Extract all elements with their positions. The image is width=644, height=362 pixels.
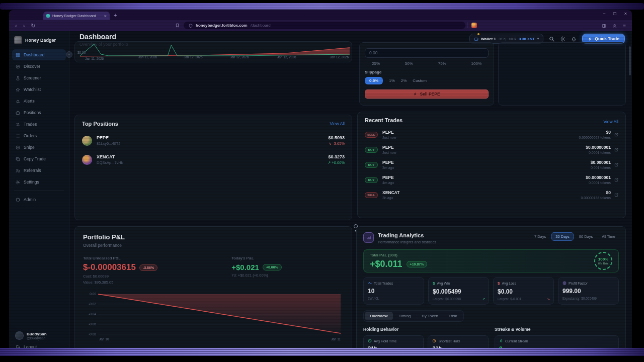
url-bar[interactable]: honeybadger.fortiblox.com/dashboard (184, 22, 465, 29)
external-link-icon[interactable] (614, 193, 618, 197)
logout-button[interactable]: Logout (12, 342, 66, 352)
external-link-icon[interactable] (614, 133, 618, 137)
trade-amount: $0 (579, 130, 611, 135)
sidebar-item-alerts[interactable]: Alerts (12, 96, 66, 107)
sidebar-item-label: Admin (24, 197, 36, 202)
sidebar-item-orders[interactable]: Orders (12, 130, 66, 141)
scrollbar-thumb[interactable] (629, 46, 631, 75)
trade-symbol: PEPE (382, 130, 579, 135)
user-handle: @buddysan (27, 336, 47, 340)
trade-tokens: 0.00000165 tokens (581, 196, 611, 200)
percent-25-button[interactable]: 25% (372, 61, 380, 66)
sell-pepe-button[interactable]: Sell PEPE (365, 89, 489, 99)
sidebar-toggle-icon[interactable] (602, 24, 606, 28)
percent-75-button[interactable]: 75% (438, 61, 446, 66)
pnl-subtitle: Overall performance (83, 243, 344, 248)
slippage-2-button[interactable]: 2% (401, 78, 407, 83)
user-profile[interactable]: BuddySan @buddysan (12, 329, 66, 342)
new-tab-button[interactable]: + (114, 12, 117, 18)
tab-timing[interactable]: Timing (394, 312, 416, 320)
extension-icon[interactable] (471, 23, 477, 28)
screen-glow-top (0, 3, 644, 10)
external-link-icon[interactable] (614, 178, 618, 182)
best-performer-panel: ↗ Best Performer (83, 349, 274, 356)
forward-icon[interactable]: › (23, 23, 25, 29)
sidebar-item-dashboard[interactable]: Dashboard (12, 49, 66, 60)
browser-menu-icon[interactable]: ≡ (623, 23, 626, 29)
arrow-up-icon: ↗ (482, 297, 485, 301)
trade-row[interactable]: BUY PEPE3m ago $0.0000010.001 tokens (365, 160, 618, 169)
back-icon[interactable]: ‹ (15, 23, 17, 29)
sidebar-item-watchlist[interactable]: Watchlist (12, 84, 66, 95)
pnl-y-tick: 0.00 (90, 292, 96, 296)
slippage-0.5-button[interactable]: 0.5% (365, 77, 383, 84)
tab-close-icon[interactable]: × (104, 14, 107, 19)
window-maximize-icon[interactable]: □ (613, 11, 616, 16)
tab-risk[interactable]: Risk (444, 312, 462, 320)
window-close-icon[interactable]: × (624, 11, 627, 16)
trade-row[interactable]: BUY PEPE4m ago $0.000000010.0001 tokens (365, 175, 618, 185)
trade-row[interactable]: SELL PEPEJust now $00.000000027 tokens (365, 130, 618, 139)
pnl-chart-canvas: 0.00 -0.02 -0.04 -0.06 -0.08 Jan 10 Jan … (83, 291, 345, 343)
sidebar-collapse-button[interactable]: ‹ (66, 51, 72, 58)
slippage-1-button[interactable]: 1% (389, 78, 395, 83)
trade-row[interactable]: SELL XENCAT3h ago $00.00000165 tokens (365, 190, 618, 200)
total-pnl-badge: +10.87% (407, 261, 428, 267)
sidebar-item-snipe[interactable]: Snipe (12, 142, 66, 153)
today-badge: +0.00% (263, 264, 282, 270)
profile-icon[interactable] (612, 24, 617, 28)
sidebar-item-label: Screener (24, 75, 41, 80)
sidebar-item-referrals[interactable]: Referrals (12, 165, 66, 176)
wallet-address: 3fFej...NLR (499, 37, 516, 41)
app-root: Honey Badger ‹ Dashboard Discover Screen… (9, 31, 632, 356)
theme-icon[interactable] (560, 36, 566, 42)
position-row[interactable]: PEPE 81Lxy6...40TJ $0.5093 ↘ -3.65% (82, 135, 345, 146)
bolt-icon (413, 92, 417, 96)
tab-overview[interactable]: Overview (365, 312, 393, 320)
browser-tab[interactable]: Honey Badger Dashboard × (43, 12, 110, 20)
range-7-days[interactable]: 7 Days (531, 233, 549, 240)
sidebar-item-settings[interactable]: Settings (12, 176, 66, 188)
win-rate-value: 100% (598, 257, 608, 261)
avg-hold-time-card: Avg Hold Time 21h (363, 335, 424, 355)
range-90-days[interactable]: 90 Days (576, 233, 597, 240)
sidebar-item-copy-trade[interactable]: Copy Trade (12, 153, 66, 164)
slippage-custom-button[interactable]: Custom (413, 78, 427, 83)
position-row[interactable]: XENCAT DQSsAp...7vHb $0.3273 ↗ +0.00% (82, 154, 345, 165)
trade-row[interactable]: BUY PEPEJust now $0.000000010.0001 token… (365, 145, 618, 154)
refresh-icon[interactable]: ↻ (31, 23, 35, 29)
sidebar-divider (14, 191, 64, 191)
sidebar-item-trades[interactable]: Trades (12, 119, 66, 130)
positions-view-all-link[interactable]: View All (330, 121, 345, 126)
tab-by-token[interactable]: By Token (417, 312, 443, 320)
sidebar-item-discover[interactable]: Discover (12, 61, 66, 72)
trades-view-all-link[interactable]: View All (603, 119, 618, 124)
today-sub: 7d: +$0.021 (+0.00%) (231, 273, 344, 278)
copy-trade-icon (16, 157, 20, 161)
browser-tabbar: Honey Badger Dashboard × + – □ × (9, 10, 632, 20)
sidebar-item-positions[interactable]: Positions (12, 107, 66, 118)
sidebar-item-admin[interactable]: Admin (12, 194, 66, 205)
arrow-down-icon: ↘ (547, 297, 550, 301)
url-host: honeybadger.fortiblox.com (196, 23, 248, 28)
analytics-subtitle: Performance insights and statistics (378, 240, 531, 244)
percent-100-button[interactable]: 100% (471, 61, 481, 66)
alerts-icon (16, 99, 20, 104)
reading-list-icon[interactable] (175, 23, 180, 28)
sidebar-item-label: Dashboard (24, 52, 45, 57)
sidebar-item-label: Discover (24, 64, 40, 69)
range-all-time[interactable]: All Time (598, 233, 619, 240)
chevron-down-icon: ▾ (537, 37, 539, 41)
logout-icon (16, 345, 20, 349)
percent-50-button[interactable]: 50% (405, 61, 413, 66)
range-30-days[interactable]: 30 Days (551, 232, 574, 241)
external-link-icon[interactable] (614, 163, 618, 167)
search-icon[interactable] (549, 36, 554, 42)
external-link-icon[interactable] (614, 148, 618, 152)
amount-input[interactable] (365, 48, 489, 58)
sidebar-item-screener[interactable]: Screener (12, 72, 66, 83)
window-minimize-icon[interactable]: – (603, 11, 605, 16)
trade-symbol: PEPE (382, 175, 586, 180)
notifications-bell-icon[interactable] (571, 36, 577, 42)
site-shield-icon[interactable] (189, 24, 193, 28)
